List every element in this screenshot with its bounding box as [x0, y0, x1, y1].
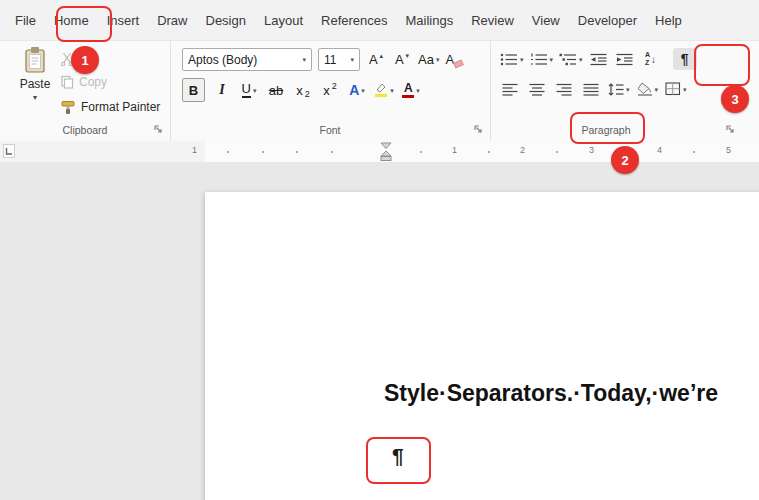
- clipboard-group-label: Clipboard: [0, 124, 170, 136]
- font-color-button[interactable]: A ▾: [401, 79, 421, 101]
- format-painter-button[interactable]: Format Painter: [60, 97, 160, 117]
- document-area: Style·Separators.·Today,·we’re ¶: [0, 162, 759, 500]
- text-highlight-button[interactable]: ▾: [374, 79, 394, 101]
- bullets-button[interactable]: ▾: [500, 48, 524, 70]
- numbering-icon: [530, 53, 548, 66]
- annotation-step-3-badge: 3: [721, 85, 749, 113]
- shrink-font-button[interactable]: A ▾: [392, 49, 412, 71]
- font-size-value: 11: [324, 53, 336, 67]
- underline-button[interactable]: U ▾: [239, 79, 259, 101]
- show-hide-formatting-button[interactable]: ¶: [673, 48, 697, 70]
- font-group-label: Font: [170, 124, 490, 136]
- down-caret-icon: ▾: [406, 52, 410, 60]
- menu-bar: File Home Insert Draw Design Layout Refe…: [0, 0, 759, 40]
- menu-layout[interactable]: Layout: [255, 7, 312, 34]
- menu-view[interactable]: View: [523, 7, 569, 34]
- menu-references[interactable]: References: [312, 7, 396, 34]
- copy-button[interactable]: Copy: [60, 72, 107, 92]
- copy-label: Copy: [79, 75, 107, 89]
- ruler-number: 1: [452, 145, 457, 155]
- sort-button[interactable]: A Z ↓: [641, 48, 661, 70]
- ruler-number: 3: [589, 145, 594, 155]
- underline-icon: U: [242, 82, 251, 98]
- paste-label: Paste: [20, 77, 51, 91]
- align-center-icon: [529, 83, 545, 96]
- indent-marker[interactable]: [379, 142, 393, 162]
- ruler-tick: [488, 151, 490, 153]
- menu-mailings[interactable]: Mailings: [397, 7, 463, 34]
- align-left-button[interactable]: [500, 78, 520, 100]
- superscript-button[interactable]: x 2: [320, 79, 340, 101]
- font-dialog-launcher-icon[interactable]: [473, 124, 483, 134]
- document-page[interactable]: Style·Separators.·Today,·we’re ¶: [205, 192, 759, 500]
- subscript-icon: x: [296, 83, 303, 98]
- ruler-tick: [227, 151, 229, 153]
- shading-button[interactable]: ▾: [637, 78, 659, 100]
- menu-draw[interactable]: Draw: [148, 7, 196, 34]
- strikethrough-button[interactable]: ab: [266, 79, 286, 101]
- menu-developer[interactable]: Developer: [569, 7, 646, 34]
- tab-selector-icon[interactable]: [3, 144, 15, 158]
- eraser-icon: [453, 59, 464, 68]
- paste-button[interactable]: Paste ▾: [12, 46, 58, 102]
- menu-file[interactable]: File: [6, 7, 45, 34]
- clipboard-dialog-launcher-icon[interactable]: [153, 124, 163, 134]
- ruler-tick: [693, 151, 695, 153]
- up-caret-icon: ▴: [380, 52, 384, 60]
- clipboard-icon: [23, 46, 47, 74]
- down-arrow-icon: ↓: [651, 54, 656, 65]
- decrease-indent-button[interactable]: [589, 48, 609, 70]
- menu-design[interactable]: Design: [197, 7, 255, 34]
- subscript-button[interactable]: x 2: [293, 79, 313, 101]
- document-heading-text[interactable]: Style·Separators.·Today,·we’re: [384, 380, 718, 407]
- clear-formatting-button[interactable]: A: [445, 49, 465, 71]
- line-spacing-icon: [608, 83, 624, 96]
- change-case-button[interactable]: Aa ▾: [418, 49, 439, 71]
- ribbon: Paste ▾ Cut Copy: [0, 40, 759, 142]
- format-painter-label: Format Painter: [81, 100, 160, 114]
- numbering-button[interactable]: ▾: [530, 48, 554, 70]
- justify-button[interactable]: [581, 78, 601, 100]
- font-name-select[interactable]: Aptos (Body) ▾: [182, 48, 312, 71]
- copy-icon: [60, 75, 74, 89]
- chevron-down-icon[interactable]: ▾: [33, 93, 37, 102]
- line-spacing-button[interactable]: ▾: [608, 78, 630, 100]
- text-effects-button[interactable]: A ▾: [347, 79, 367, 101]
- superscript-digit: 2: [332, 81, 337, 91]
- font-color-icon: A: [402, 82, 414, 98]
- ruler-number: 5: [726, 145, 731, 155]
- ruler-number: 4: [657, 145, 662, 155]
- menu-help[interactable]: Help: [646, 7, 691, 34]
- format-painter-icon: [60, 100, 76, 115]
- align-center-button[interactable]: [527, 78, 547, 100]
- justify-icon: [583, 83, 599, 96]
- increase-indent-icon: [616, 53, 633, 66]
- grow-font-button[interactable]: A ▴: [366, 49, 386, 71]
- paragraph-row-2: ▾ ▾ ▾: [500, 78, 687, 100]
- chevron-down-icon: ▾: [416, 87, 420, 94]
- chevron-down-icon: ▾: [520, 56, 524, 63]
- font-size-select[interactable]: 11 ▾: [318, 48, 360, 71]
- menu-review[interactable]: Review: [462, 7, 523, 34]
- ruler-number: 2: [520, 145, 525, 155]
- increase-indent-button[interactable]: [615, 48, 635, 70]
- align-right-button[interactable]: [554, 78, 574, 100]
- text-effects-icon: A: [349, 82, 359, 98]
- menu-home[interactable]: Home: [45, 7, 98, 34]
- menu-insert[interactable]: Insert: [98, 7, 149, 34]
- paragraph-dialog-launcher-icon[interactable]: [725, 124, 735, 134]
- chevron-down-icon: ▾: [361, 87, 365, 94]
- annotation-step-1-badge: 1: [71, 46, 99, 74]
- horizontal-ruler: 1 1 2 3 4 5: [0, 141, 759, 162]
- bold-button[interactable]: B: [182, 78, 205, 102]
- italic-button[interactable]: I: [212, 79, 232, 101]
- multilevel-list-button[interactable]: ▾: [559, 48, 583, 70]
- chevron-down-icon: ▾: [655, 86, 659, 93]
- borders-button[interactable]: ▾: [665, 78, 687, 100]
- ruler-tick: [262, 151, 264, 153]
- superscript-icon: x: [323, 83, 330, 98]
- chevron-down-icon: ▾: [579, 56, 583, 63]
- align-right-icon: [556, 83, 572, 96]
- change-case-icon: Aa: [418, 52, 434, 67]
- document-pilcrow-mark[interactable]: ¶: [392, 444, 404, 468]
